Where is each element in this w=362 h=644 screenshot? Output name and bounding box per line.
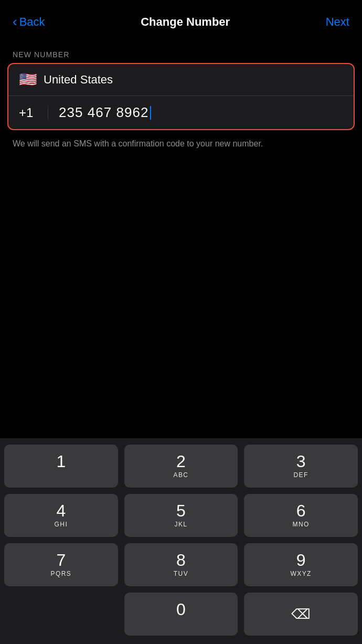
next-button[interactable]: Next <box>326 15 349 29</box>
phone-input-card: 🇺🇸 United States +1 235 467 8962 <box>7 63 355 130</box>
key-2[interactable]: 2 ABC <box>124 445 238 488</box>
backspace-icon: ⌫ <box>291 606 311 622</box>
sms-note: We will send an SMS with a confirmation … <box>0 130 362 150</box>
key-backspace[interactable]: ⌫ <box>244 593 358 636</box>
back-button[interactable]: ‹ Back <box>13 15 45 29</box>
key-1[interactable]: 1 <box>4 445 118 488</box>
key-6[interactable]: 6 MNO <box>244 494 358 537</box>
key-7[interactable]: 7 PQRS <box>4 543 118 586</box>
key-empty <box>4 593 118 636</box>
key-3[interactable]: 3 DEF <box>244 445 358 488</box>
nav-header: ‹ Back Change Number Next <box>0 0 362 41</box>
key-0[interactable]: 0 <box>124 593 238 636</box>
key-4[interactable]: 4 GHI <box>4 494 118 537</box>
phone-number-field[interactable]: 235 467 8962 <box>59 104 151 121</box>
key-5[interactable]: 5 JKL <box>124 494 238 537</box>
country-name: United States <box>44 73 113 87</box>
back-chevron-icon: ‹ <box>13 15 17 28</box>
numeric-keypad: 1 2 ABC 3 DEF 4 GHI 5 JKL 6 MNO 7 PQRS <box>0 438 362 644</box>
page-title: Change Number <box>141 15 230 29</box>
back-label: Back <box>19 15 45 29</box>
phone-number-value: 235 467 8962 <box>59 104 149 121</box>
country-selector[interactable]: 🇺🇸 United States <box>8 64 354 96</box>
key-9[interactable]: 9 WXYZ <box>244 543 358 586</box>
phone-code: +1 <box>19 105 48 120</box>
phone-number-row: +1 235 467 8962 <box>8 96 354 129</box>
keypad-grid: 1 2 ABC 3 DEF 4 GHI 5 JKL 6 MNO 7 PQRS <box>4 445 358 636</box>
key-8[interactable]: 8 TUV <box>124 543 238 586</box>
section-label: NEW NUMBER <box>0 41 362 63</box>
text-cursor <box>150 106 151 120</box>
country-flag: 🇺🇸 <box>19 72 37 87</box>
